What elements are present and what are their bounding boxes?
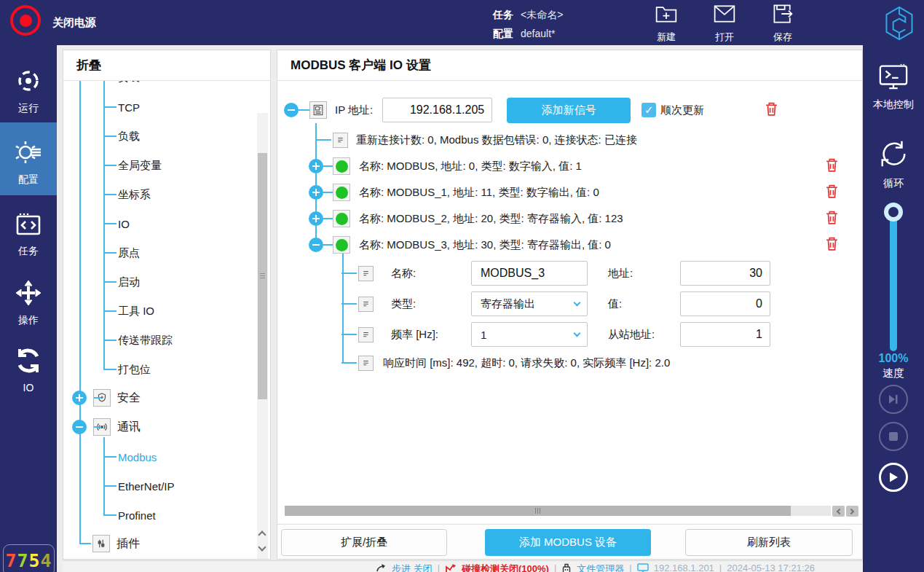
- separator: |: [554, 563, 556, 572]
- horizontal-scrollbar[interactable]: [285, 506, 831, 516]
- speed-value: 100%: [863, 352, 924, 365]
- status-bar: 步进 关闭 | 碰撞检测关闭(100%) | 文件管理器 | 192.168.1…: [63, 560, 863, 572]
- tree-item-tcp[interactable]: TCP: [118, 97, 140, 117]
- tree-item-conveyor[interactable]: 传送带跟踪: [118, 330, 173, 350]
- seq-update-checkbox[interactable]: ✓: [641, 103, 656, 117]
- expand-plus-icon[interactable]: [309, 159, 323, 173]
- signal-text: 名称: MODBUS, 地址: 0, 类型: 数字输入, 值: 1: [359, 160, 582, 173]
- address-label: 地址:: [608, 267, 674, 281]
- new-button[interactable]: 新建: [641, 3, 692, 44]
- play-button[interactable]: [879, 463, 908, 492]
- tree-scrollbar[interactable]: [257, 113, 268, 559]
- power-button[interactable]: [10, 5, 41, 36]
- tree-panel-title[interactable]: 折叠: [63, 50, 270, 81]
- speed-slider-handle[interactable]: [884, 203, 903, 222]
- type-label: 类型:: [391, 297, 471, 311]
- cycle-icon: [878, 138, 909, 171]
- tree-scrollbar-thumb[interactable]: [258, 153, 267, 399]
- collapse-minus-icon[interactable]: [284, 103, 299, 117]
- tree-item-tool-io[interactable]: 工具 IO: [118, 301, 154, 321]
- open-button[interactable]: 打开: [699, 3, 750, 44]
- collapse-minus-icon[interactable]: [72, 420, 87, 434]
- counter-digit: 7: [5, 550, 17, 571]
- tree-item-home[interactable]: 原点: [118, 243, 140, 263]
- value-input[interactable]: [680, 291, 770, 316]
- collapse-minus-icon[interactable]: [309, 238, 323, 252]
- collision-status[interactable]: 碰撞检测关闭(100%): [462, 563, 549, 572]
- tree-item-coord[interactable]: 坐标系: [118, 184, 151, 205]
- scroll-up-icon[interactable]: [258, 530, 266, 538]
- nav-item-config[interactable]: 配置: [0, 122, 57, 195]
- speed-slider-track[interactable]: [890, 211, 897, 351]
- tree-item-profinet[interactable]: Profinet: [118, 505, 156, 525]
- signal-text: 名称: MODBUS_3, 地址: 30, 类型: 寄存器输出, 值: 0: [359, 238, 611, 252]
- nav-item-io[interactable]: IO: [0, 341, 57, 393]
- stop-button[interactable]: [879, 422, 908, 451]
- tree-item-pallet[interactable]: 打包位: [118, 359, 151, 380]
- expand-collapse-button[interactable]: 扩展/折叠: [281, 529, 447, 556]
- file-manager-link[interactable]: 文件管理器: [577, 563, 624, 572]
- add-modbus-device-button[interactable]: 添加 MODBUS 设备: [485, 529, 651, 556]
- scroll-right-button[interactable]: [846, 506, 858, 517]
- tree-item-ethernet-ip[interactable]: EtherNet/IP: [118, 476, 175, 496]
- counter-digit: 5: [29, 550, 41, 571]
- delete-signal-icon[interactable]: [826, 211, 838, 227]
- right-sidebar: 本地控制 循环 100% 速度: [863, 45, 924, 572]
- tree-item-startup[interactable]: 启动: [118, 272, 140, 292]
- io-cycle-icon: [15, 347, 42, 377]
- nav-item-task[interactable]: 任务: [0, 205, 57, 258]
- expand-plus-icon[interactable]: [309, 185, 323, 200]
- local-control-button[interactable]: 本地控制: [863, 63, 924, 111]
- scroll-left-button[interactable]: [832, 506, 845, 517]
- tree-item-plugin[interactable]: 插件: [92, 533, 140, 554]
- expand-plus-icon[interactable]: [309, 211, 323, 226]
- tree-item-io[interactable]: IO: [118, 213, 130, 234]
- save-icon: [771, 3, 794, 25]
- scroll-down-icon[interactable]: [258, 543, 266, 551]
- separator: |: [629, 563, 631, 572]
- tree-item-comm[interactable]: 通讯: [72, 417, 141, 437]
- refresh-list-button[interactable]: 刷新列表: [685, 529, 853, 556]
- frequency-select[interactable]: 1: [471, 322, 588, 347]
- config-row: 配置 default*: [493, 28, 555, 41]
- tree-item-global-vars[interactable]: 全局变量: [118, 155, 162, 176]
- type-select[interactable]: 寄存器输出: [471, 291, 588, 316]
- save-button[interactable]: 保存: [757, 3, 808, 44]
- add-signal-button[interactable]: 添加新信号: [507, 98, 631, 123]
- horizontal-scrollbar-thumb[interactable]: [285, 506, 791, 516]
- usb-icon: [561, 563, 572, 572]
- slave-address-input[interactable]: [680, 322, 770, 347]
- tree-rail: [315, 123, 317, 245]
- counter-digit: 4: [41, 550, 52, 571]
- local-control-icon: [878, 63, 909, 93]
- delete-signal-icon[interactable]: [826, 237, 838, 253]
- task-code-icon: [15, 211, 42, 240]
- ip-input[interactable]: [382, 98, 492, 122]
- name-label: 名称:: [391, 267, 471, 281]
- expand-plus-icon[interactable]: [72, 391, 87, 405]
- step-forward-button[interactable]: [879, 385, 908, 414]
- address-input[interactable]: [680, 261, 770, 286]
- signal-row: 名称: MODBUS_1, 地址: 11, 类型: 数字输出, 值: 0: [309, 185, 848, 200]
- nav-item-operate[interactable]: 操作: [0, 273, 57, 326]
- delete-signal-icon[interactable]: [826, 158, 838, 174]
- delete-signal-icon[interactable]: [826, 184, 838, 200]
- chevron-down-icon: [574, 330, 581, 337]
- task-value: <未命名>: [521, 9, 563, 22]
- step-mode-status[interactable]: 步进 关闭: [392, 563, 433, 572]
- delete-device-icon[interactable]: [765, 102, 778, 118]
- cycle-button[interactable]: 循环: [863, 138, 924, 190]
- tree-item-install[interactable]: 安装: [118, 81, 140, 87]
- nav-item-run[interactable]: 运行: [0, 61, 57, 114]
- tree-item-modbus[interactable]: Modbus: [118, 447, 157, 467]
- value-label: 值:: [608, 297, 674, 311]
- name-input[interactable]: [471, 261, 588, 286]
- device-icon: [309, 101, 327, 119]
- separator: |: [438, 563, 440, 572]
- tree-item-safety[interactable]: 安全: [72, 388, 141, 408]
- nav-label: 配置: [18, 173, 39, 187]
- seq-update-label: 顺次更新: [660, 103, 704, 117]
- tree-item-payload[interactable]: 负载: [118, 126, 140, 146]
- modbus-settings-panel: MODBUS 客户端 IO 设置 IP 地址: 添加新信号 ✓ 顺次更新 重新连…: [277, 50, 863, 560]
- main-footer: 扩展/折叠 添加 MODBUS 设备 刷新列表: [277, 524, 862, 559]
